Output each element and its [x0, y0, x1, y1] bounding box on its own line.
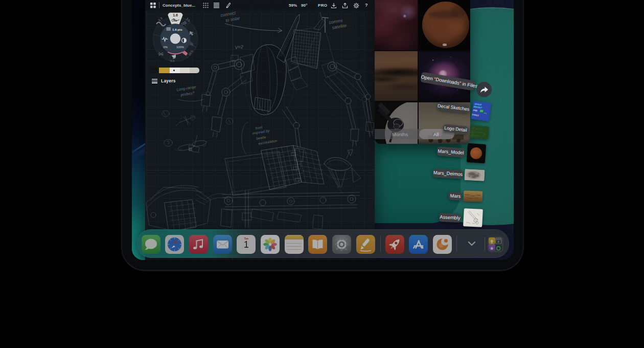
svg-text:TYPE2: TYPE2: [471, 114, 479, 117]
svg-text:8.9: 8.9: [171, 59, 175, 62]
svg-text:V=2: V=2: [235, 44, 243, 50]
svg-text:0%: 0%: [164, 46, 168, 49]
svg-text:FUE: FUE: [473, 109, 478, 112]
svg-text:1.6 pts: 1.6 pts: [172, 28, 182, 31]
svg-text:probes?: probes?: [180, 91, 195, 97]
svg-text:100%: 100%: [176, 46, 184, 49]
svg-text:from: from: [255, 125, 263, 130]
svg-text:ROCKET: ROCKET: [473, 105, 482, 109]
svg-text:1.6: 1.6: [173, 13, 178, 17]
svg-text:beetle: beetle: [256, 135, 266, 140]
svg-text:inspired by: inspired by: [252, 129, 270, 136]
svg-text:exoskeleton: exoskeleton: [258, 139, 278, 145]
